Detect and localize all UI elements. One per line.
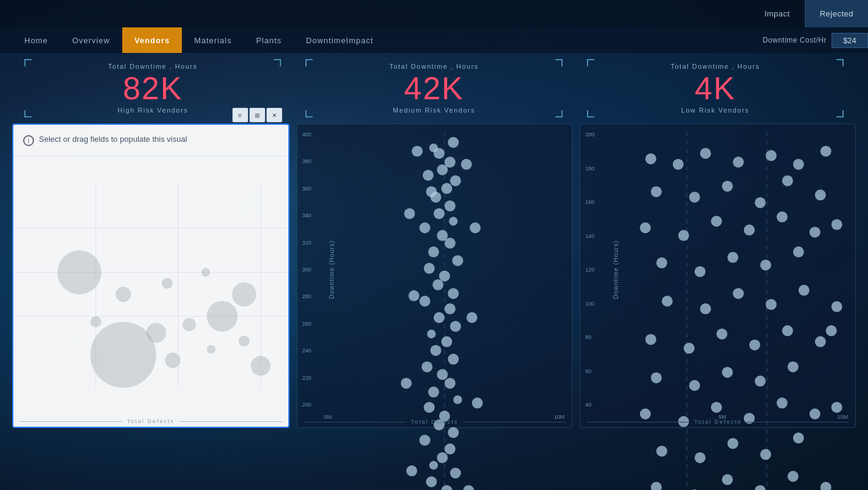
svg-point-94 <box>645 153 656 164</box>
edit-toolbar: ≡ ⊞ ✕ <box>232 108 282 122</box>
svg-point-80 <box>412 145 423 156</box>
svg-point-95 <box>673 159 684 170</box>
corner-bl <box>305 110 313 117</box>
svg-point-133 <box>722 367 733 378</box>
svg-point-150 <box>755 485 766 490</box>
svg-point-107 <box>640 222 651 233</box>
charts-row: ≡ ⊞ ✕ i Select or drag fields to populat… <box>12 124 856 428</box>
svg-point-53 <box>445 378 456 389</box>
impact-button[interactable]: Impact <box>750 0 805 27</box>
y-tick: 40 <box>585 402 605 408</box>
chart-left-bottom: Total Defects <box>13 416 288 427</box>
chart-left-bottom-label: Total Defects <box>127 418 175 424</box>
svg-point-60 <box>419 435 430 446</box>
svg-point-8 <box>162 278 173 289</box>
svg-point-36 <box>445 237 456 248</box>
kpi-low-risk-value: 4K <box>575 72 856 104</box>
nav-materials[interactable]: Materials <box>182 27 244 53</box>
y-tick: 360 <box>302 186 322 192</box>
edit-btn-2[interactable]: ⊞ <box>249 108 265 122</box>
kpi-high-risk-label: Total Downtime , Hours <box>12 59 293 70</box>
svg-point-6 <box>57 250 101 294</box>
svg-point-114 <box>656 257 667 268</box>
svg-point-102 <box>689 192 700 203</box>
nav-plants[interactable]: Plants <box>244 27 294 53</box>
svg-point-25 <box>437 164 448 175</box>
y-tick: 320 <box>302 240 322 246</box>
svg-point-128 <box>749 340 760 351</box>
svg-point-65 <box>426 477 437 488</box>
nav-vendors[interactable]: Vendors <box>122 27 182 53</box>
kpi-medium-risk-sublabel: Medium Risk Vendors <box>293 107 574 117</box>
y-tick: 280 <box>302 293 322 299</box>
edit-btn-3[interactable]: ✕ <box>266 108 282 122</box>
y-tick: 260 <box>302 321 322 327</box>
svg-point-26 <box>423 170 434 181</box>
svg-point-145 <box>760 449 771 460</box>
svg-point-52 <box>437 369 448 380</box>
svg-point-109 <box>711 215 722 226</box>
svg-point-30 <box>426 186 437 197</box>
svg-point-87 <box>471 397 482 408</box>
kpi-low-risk-label: Total Downtime , Hours <box>575 59 856 70</box>
line-left <box>586 422 689 422</box>
svg-point-17 <box>207 345 215 354</box>
svg-point-142 <box>656 446 667 457</box>
svg-point-129 <box>782 325 793 336</box>
svg-point-33 <box>449 217 457 225</box>
kpi-medium-risk: Total Downtime , Hours 42K Medium Risk V… <box>293 59 574 117</box>
svg-point-32 <box>434 208 445 219</box>
svg-point-10 <box>232 282 257 307</box>
svg-point-28 <box>441 183 452 194</box>
corner-tr <box>274 59 281 66</box>
nav-downtime-impact[interactable]: DowntimeImpact <box>294 27 386 53</box>
main-content: Total Downtime , Hours 82K High Risk Ven… <box>0 53 868 490</box>
svg-point-56 <box>423 402 434 413</box>
svg-point-105 <box>782 175 793 186</box>
kpi-low-risk-sublabel: Low Risk Vendors <box>575 107 856 117</box>
nav-overview[interactable]: Overview <box>60 27 122 53</box>
svg-point-146 <box>793 433 804 444</box>
svg-point-38 <box>452 255 463 266</box>
kpi-high-risk-value: 82K <box>12 72 293 104</box>
chart-left[interactable]: ≡ ⊞ ✕ i Select or drag fields to populat… <box>12 124 290 428</box>
svg-point-9 <box>201 268 210 276</box>
svg-point-154 <box>826 325 837 336</box>
svg-point-96 <box>700 148 711 159</box>
edit-btn-1[interactable]: ≡ <box>232 108 248 122</box>
y-tick: 200 <box>585 131 605 138</box>
svg-point-127 <box>717 329 727 340</box>
y-tick: 400 <box>302 131 322 138</box>
svg-point-140 <box>777 397 788 408</box>
svg-point-41 <box>432 279 443 290</box>
nav-home[interactable]: Home <box>12 27 60 53</box>
svg-point-112 <box>810 226 821 237</box>
navigation: Home Overview Vendors Materials Plants D… <box>0 27 868 53</box>
rejected-button[interactable]: Rejected <box>805 0 868 27</box>
svg-point-45 <box>434 312 445 323</box>
svg-point-104 <box>755 197 766 208</box>
svg-point-103 <box>722 181 733 192</box>
svg-point-134 <box>755 376 766 387</box>
svg-point-61 <box>445 444 456 455</box>
svg-point-100 <box>821 145 832 156</box>
svg-point-113 <box>832 219 842 230</box>
chart-middle-bottom: Total Defects <box>297 416 572 427</box>
svg-point-37 <box>428 247 439 257</box>
y-tick: 140 <box>585 233 605 239</box>
svg-point-121 <box>733 288 744 299</box>
svg-point-131 <box>651 373 662 383</box>
y-tick: 60 <box>585 368 605 374</box>
svg-point-123 <box>799 285 810 296</box>
corner-br <box>555 110 563 117</box>
svg-point-132 <box>689 380 700 391</box>
kpi-row: Total Downtime , Hours 82K High Risk Ven… <box>12 59 856 117</box>
svg-point-48 <box>441 336 452 347</box>
y-tick: 80 <box>585 334 605 340</box>
svg-point-151 <box>788 471 799 482</box>
svg-point-15 <box>90 322 156 388</box>
svg-point-147 <box>651 482 662 490</box>
corner-tl <box>24 59 32 66</box>
line-right <box>179 421 282 422</box>
corner-tl <box>305 59 313 66</box>
